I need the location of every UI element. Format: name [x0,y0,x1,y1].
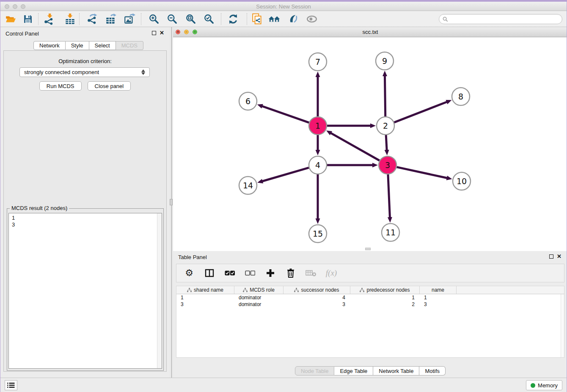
cell-name[interactable]: 3 [420,301,457,308]
cell-mcds-role[interactable]: dominator [234,301,284,308]
delete-column-icon[interactable] [285,267,297,279]
cell-mcds-role[interactable]: dominator [234,294,284,301]
cell-predecessor-nodes[interactable]: 1 [350,294,420,301]
memory-button[interactable]: Memory [526,380,562,390]
graph-node-4[interactable]: 4 [309,156,327,174]
tab-node-table[interactable]: Node Table [295,366,335,375]
cell-successor-nodes[interactable]: 3 [284,301,350,308]
graph-edge-3-1[interactable] [330,133,380,161]
panel-splitter[interactable] [170,27,173,378]
float-table-panel-icon[interactable] [549,254,553,259]
network-canvas[interactable]: 7968124314101511 [173,37,567,251]
zoom-out-icon[interactable] [166,13,179,25]
graph-node-1[interactable]: 1 [309,117,327,135]
tab-edge-table[interactable]: Edge Table [334,366,373,375]
graph-node-3[interactable]: 3 [379,156,396,174]
apply-style-icon[interactable] [287,13,300,25]
delete-table-icon[interactable] [305,267,317,279]
graph-node-11[interactable]: 11 [382,224,399,241]
tab-network-table[interactable]: Network Table [373,366,419,375]
cell-successor-nodes[interactable]: 4 [284,294,350,301]
column-header-shared-name[interactable]: shared name [176,286,234,294]
table-settings-icon[interactable]: ⚙ [183,267,195,279]
column-header-successor-nodes[interactable]: successor nodes [284,286,350,294]
svg-text:15: 15 [313,229,323,238]
splitter-grip[interactable] [170,199,173,205]
search-icon [443,17,448,22]
search-input[interactable] [450,16,559,22]
tab-motifs[interactable]: Motifs [419,366,446,375]
select-all-rows-icon[interactable] [224,267,236,279]
tab-network[interactable]: Network [33,41,66,50]
graph-edge-arrow-1-6 [257,104,263,108]
result-scrollbar[interactable] [157,213,162,368]
graph-node-7[interactable]: 7 [309,53,327,71]
refresh-layout-icon[interactable] [227,13,239,25]
mcds-result-list[interactable]: 1 3 [8,213,162,369]
network-window-titlebar[interactable]: ✕ − + scc.txt [173,27,567,37]
toolbar-separator [38,13,39,25]
zoom-selected-icon[interactable] [203,13,215,25]
zoom-in-icon[interactable] [148,13,160,25]
cell-predecessor-nodes[interactable]: 2 [350,301,420,308]
graph-edge-arrow-4-3 [372,163,378,168]
run-mcds-button[interactable]: Run MCDS [39,81,82,91]
zoom-fit-icon[interactable] [184,13,197,25]
svg-text:1: 1 [315,121,320,130]
main-titlebar[interactable]: Session: New Session [0,2,567,11]
graph-node-9[interactable]: 9 [376,52,394,70]
cell-name[interactable]: 1 [420,294,457,301]
cell-shared-name[interactable]: 3 [176,301,234,308]
column-layout-icon[interactable] [204,267,215,279]
import-table-icon[interactable] [63,13,76,25]
open-session-icon[interactable] [4,13,17,25]
column-header-mcds-role[interactable]: MCDS role [234,286,284,294]
add-column-icon[interactable] [264,267,276,279]
clone-network-icon[interactable] [251,13,264,25]
table-row[interactable]: 3 dominator 3 2 3 [176,301,564,308]
network-resize-grip[interactable] [365,248,371,250]
table-row[interactable]: 1 dominator 4 1 1 [176,294,564,301]
show-hide-graphics-icon[interactable] [306,13,318,25]
graph-node-2[interactable]: 2 [377,117,394,135]
attribute-icon [360,288,364,292]
graph-edge-arrow-1-4 [316,150,320,155]
cell-shared-name[interactable]: 1 [176,294,234,301]
column-header-name[interactable]: name [420,286,457,294]
tab-mcds[interactable]: MCDS [116,41,143,50]
network-view-window: ✕ − + scc.txt 7968124314101511 [173,27,567,251]
graph-edge-2-8[interactable] [394,102,448,122]
graph-edge-3-10[interactable] [396,167,447,178]
column-header-predecessor-nodes[interactable]: predecessor nodes [350,286,420,294]
table-scrollbar[interactable] [561,294,564,357]
criterion-select[interactable]: strongly connected component [19,67,150,77]
export-table-icon[interactable] [105,13,117,25]
graph-node-8[interactable]: 8 [452,88,470,105]
function-builder-icon[interactable]: f(x) [325,267,337,279]
graph-edge-2-3[interactable] [386,135,387,151]
tab-style[interactable]: Style [66,41,89,50]
graph-edge-2-9[interactable] [385,75,385,116]
graph-edge-1-6[interactable] [261,106,309,122]
task-history-button[interactable] [5,380,17,390]
search-field[interactable] [439,14,562,24]
graph-edge-arrow-4-15 [316,218,320,224]
graph-edge-3-11[interactable] [388,174,390,218]
graph-node-14[interactable]: 14 [239,177,257,194]
graph-node-10[interactable]: 10 [453,172,471,190]
float-panel-icon[interactable] [152,31,156,35]
save-session-icon[interactable] [22,13,34,25]
deselect-all-rows-icon[interactable] [244,267,256,279]
export-network-icon[interactable] [86,13,99,25]
export-image-icon[interactable] [123,13,136,25]
graph-node-15[interactable]: 15 [309,225,327,243]
tab-select[interactable]: Select [89,41,116,50]
show-all-networks-icon[interactable] [268,13,281,25]
svg-text:8: 8 [458,92,463,101]
graph-edge-4-14[interactable] [262,168,309,181]
graph-node-6[interactable]: 6 [239,92,257,110]
close-panel-button[interactable]: Close panel [88,81,131,91]
close-panel-icon[interactable]: ✕ [160,31,164,35]
close-table-panel-icon[interactable]: ✕ [557,254,561,259]
import-network-icon[interactable] [43,13,55,25]
